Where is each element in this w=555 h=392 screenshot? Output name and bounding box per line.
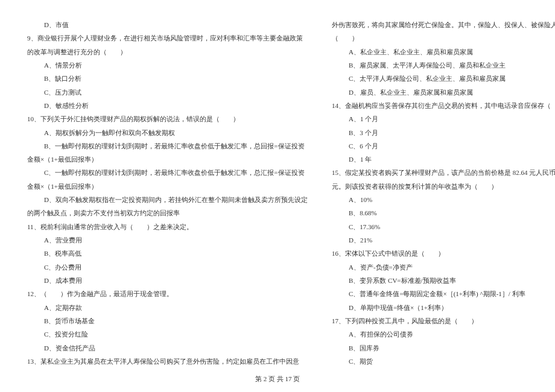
text-line: 外伤害致死，将向其家属给付死亡保险金。其中，保险人、投保人、被保险人和受益人依次…: [332, 18, 555, 31]
text-line: C、普通年金终值=每期固定金额×［(1+利率) ^期限-1］/ 利率: [332, 287, 555, 300]
text-line: （ ）: [332, 31, 555, 45]
text-line: C、一触即付期权的理财计划到期时，若最终汇率收盘价低于触发汇率，总汇报=保证投资: [27, 166, 308, 179]
left-column: D、市值9、商业银行开展个人理财业务，在进行相关市场风险管理时，应对利率和汇率等…: [27, 18, 320, 368]
text-line: D、资金信托产品: [27, 341, 308, 355]
text-line: 金额×（1+最低回报率）: [27, 180, 308, 193]
text-line: 元。则该投资者获得的按复利计算的年收益率为（ ）: [332, 180, 555, 193]
text-line: B、缺口分析: [27, 72, 308, 85]
text-line: A、营业费用: [27, 233, 308, 247]
text-line: 16、宋体以下公式中错误的是（ ）: [332, 247, 555, 260]
text-line: D、市值: [27, 18, 308, 31]
text-line: 的两个触及点，则卖方不支付当初双方约定的回报率: [27, 206, 308, 220]
text-line: 13、某私企业主为其雇员在太平洋人寿保险公司购买了意外伤害险，约定如雇员在工作中…: [27, 355, 308, 368]
text-line: C、太平洋人寿保险公司、私企业主、雇员和雇员家属: [332, 72, 555, 85]
text-line: D、雇员、私企业主、雇员家属和雇员家属: [332, 86, 555, 99]
text-line: A、期权拆解分为一触即付和双向不触发期权: [27, 126, 308, 139]
text-line: C、6 个月: [332, 139, 555, 153]
text-line: B、国库券: [332, 341, 555, 355]
text-line: 14、金融机构应当妥善保存其衍生产品交易的资料，其中电话录音应保存（ ）以上。: [332, 99, 555, 112]
text-line: D、敏感性分析: [27, 99, 308, 112]
text-line: C、投资分红险: [27, 327, 308, 341]
text-line: 金额×（1+最低回报率）: [27, 153, 308, 166]
text-line: D、单期中现值=终值×（1+利率）: [332, 301, 555, 314]
text-line: A、1 个月: [332, 112, 555, 125]
text-line: A、资产-负债=净资产: [332, 261, 555, 274]
text-line: 的改革与调整进行充分的（ ）: [27, 45, 308, 58]
text-line: B、变异系数 CV=标准差/预期收益率: [332, 274, 555, 287]
text-line: A、情景分析: [27, 58, 308, 72]
text-line: C、办公费用: [27, 261, 308, 274]
text-line: D、双向不触发期权指在一定投资期间内，若挂钩外汇在整个期间未曾触及卖方所预先设定: [27, 193, 308, 206]
right-column: 外伤害致死，将向其家属给付死亡保险金。其中，保险人、投保人、被保险人和受益人依次…: [320, 18, 555, 368]
text-line: A、10%: [332, 193, 555, 206]
text-line: B、税率高低: [27, 247, 308, 260]
text-line: D、21%: [332, 233, 555, 247]
text-line: 10、下列关于外汇挂钩类理财产品的期权拆解的说法，错误的是（ ）: [27, 112, 308, 125]
text-line: 11、税前利润由通常的营业收入与（ ）之差来决定。: [27, 220, 308, 233]
text-line: C、17.36%: [332, 220, 555, 233]
text-line: A、私企业主、私企业主、雇员和雇员家属: [332, 45, 555, 58]
text-line: D、成本费用: [27, 274, 308, 287]
text-line: 12、（ ）作为金融产品，最适用于现金管理。: [27, 287, 308, 300]
text-line: B、3 个月: [332, 126, 555, 139]
text-line: A、定期存款: [27, 301, 308, 314]
document-page: D、市值9、商业银行开展个人理财业务，在进行相关市场风险管理时，应对利率和汇率等…: [0, 0, 555, 392]
text-line: 15、假定某投资者购买了某种理财产品，该产品的当前价格是 82.64 元人民币，…: [332, 166, 555, 179]
text-line: C、压力测试: [27, 86, 308, 99]
text-line: 17、下列四种投资工具中，风险最低的是（ ）: [332, 314, 555, 327]
text-line: B、货币市场基金: [27, 314, 308, 327]
text-line: 9、商业银行开展个人理财业务，在进行相关市场风险管理时，应对利率和汇率等主要金融…: [27, 31, 308, 45]
page-footer: 第 2 页 共 17 页: [0, 375, 555, 384]
text-line: B、雇员家属、太平洋人寿保险公司、雇员和私企业主: [332, 58, 555, 72]
text-line: D、1 年: [332, 153, 555, 166]
text-line: C、期货: [332, 355, 555, 368]
text-line: B、8.68%: [332, 206, 555, 220]
text-line: B、一触即付期权的理财计划到期时，若最终汇率收盘价低于触发汇率，总回报=保证投资: [27, 139, 308, 153]
text-line: A、有担保的公司债券: [332, 327, 555, 341]
